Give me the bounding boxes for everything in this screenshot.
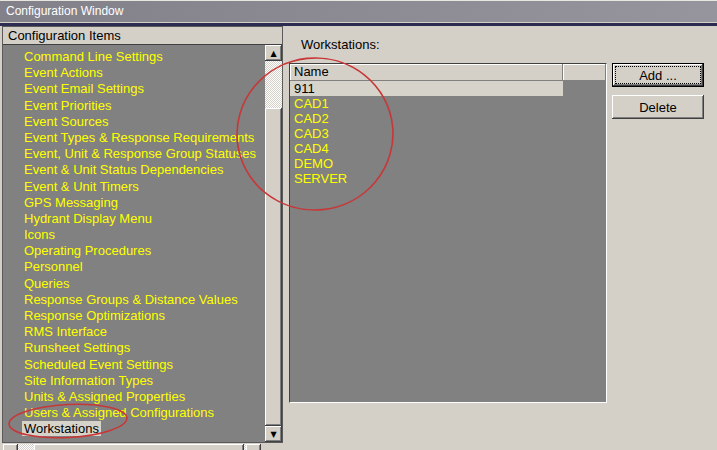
config-item[interactable]: Event Email Settings xyxy=(24,81,265,97)
workstation-row[interactable]: SERVER xyxy=(290,171,606,186)
config-item[interactable]: Event, Unit & Response Group Statuses xyxy=(24,146,265,162)
config-item-label: GPS Messaging xyxy=(24,195,118,210)
scroll-down-icon: ▼ xyxy=(270,430,276,439)
workstation-name: CAD2 xyxy=(294,111,329,126)
workstation-name: CAD1 xyxy=(294,96,329,111)
scroll-right-button[interactable]: ► xyxy=(246,444,261,450)
config-item-label: Event & Unit Status Dependencies xyxy=(24,162,223,177)
config-item[interactable]: Event Sources xyxy=(24,114,265,130)
window-title: Configuration Window xyxy=(6,4,123,18)
config-item-label: Response Groups & Distance Values xyxy=(24,292,238,307)
workstation-row[interactable]: CAD2 xyxy=(290,111,606,126)
config-item[interactable]: Command Line Settings xyxy=(24,49,265,65)
workstation-name: SERVER xyxy=(294,171,347,186)
config-item-label: Command Line Settings xyxy=(24,49,163,64)
config-item-label: Event Actions xyxy=(24,65,103,80)
name-column-header[interactable]: Name xyxy=(290,64,563,81)
title-bar[interactable]: Configuration Window xyxy=(0,0,717,22)
workstation-row[interactable]: DEMO xyxy=(290,156,606,171)
scroll-up-button[interactable]: ▲ xyxy=(265,45,282,61)
config-item-label: Event Types & Response Requirements xyxy=(24,130,254,145)
workstation-name: 911 xyxy=(294,81,315,96)
configuration-items-panel: Configuration Items Command Line Setting… xyxy=(2,26,283,443)
vertical-scroll-thumb[interactable] xyxy=(265,108,282,426)
config-item-label: Queries xyxy=(24,276,70,291)
config-item-label: Icons xyxy=(24,227,55,242)
config-item[interactable]: Scheduled Event Settings xyxy=(24,357,265,373)
listview-header: Name xyxy=(290,64,606,81)
scroll-right-icon: ► xyxy=(250,447,256,450)
configuration-items-list[interactable]: Command Line Settings Event Actions Even… xyxy=(3,46,265,442)
config-item[interactable]: Personnel xyxy=(24,259,265,275)
config-item[interactable]: Response Groups & Distance Values xyxy=(24,292,265,308)
workstation-name: CAD3 xyxy=(294,126,329,141)
config-item[interactable]: GPS Messaging xyxy=(24,195,265,211)
config-item[interactable]: Event Priorities xyxy=(24,98,265,114)
workstations-label: Workstations: xyxy=(301,37,380,52)
config-item[interactable]: Users & Assigned Configurations xyxy=(24,405,265,421)
config-item[interactable]: Operating Procedures xyxy=(24,243,265,259)
config-item[interactable]: Event & Unit Timers xyxy=(24,179,265,195)
config-item-label: Site Information Types xyxy=(24,373,153,388)
workstation-row[interactable]: CAD1 xyxy=(290,96,606,111)
scroll-left-icon: ◄ xyxy=(7,447,13,450)
config-item-label: Scheduled Event Settings xyxy=(24,357,173,372)
configuration-items-header: Configuration Items xyxy=(3,27,282,45)
config-item-label: Event Sources xyxy=(24,114,109,129)
workstation-row[interactable]: CAD3 xyxy=(290,126,606,141)
config-item[interactable]: RMS Interface xyxy=(24,324,265,340)
workstations-rows[interactable]: 911 CAD1 CAD2 CAD3 CAD4 DEMO SERVER xyxy=(290,81,606,186)
delete-button[interactable]: Delete xyxy=(612,95,704,119)
config-item-label: Runsheet Settings xyxy=(24,340,130,355)
config-item-label: RMS Interface xyxy=(24,324,107,339)
config-item[interactable]: Units & Assigned Properties xyxy=(24,389,265,405)
left-list-vertical-scrollbar[interactable]: ▲ ▼ xyxy=(265,45,282,442)
config-item-label: Event Priorities xyxy=(24,98,111,113)
config-item-label: Personnel xyxy=(24,259,83,274)
workstation-name: DEMO xyxy=(294,156,333,171)
workstation-row[interactable]: 911 xyxy=(290,81,563,96)
config-item[interactable]: Runsheet Settings xyxy=(24,340,265,356)
left-list-horizontal-scrollbar[interactable]: ◄ ► xyxy=(3,444,261,450)
config-item[interactable]: Workstations xyxy=(24,421,265,437)
config-item-label: Event & Unit Timers xyxy=(24,179,139,194)
scroll-up-icon: ▲ xyxy=(270,49,276,58)
config-item-label: Response Optimizations xyxy=(24,308,165,323)
horizontal-scroll-track[interactable] xyxy=(18,444,246,450)
config-item-label: Units & Assigned Properties xyxy=(24,389,185,404)
scroll-left-button[interactable]: ◄ xyxy=(3,444,18,450)
config-item[interactable]: Site Information Types xyxy=(24,373,265,389)
config-item[interactable]: Event Actions xyxy=(24,65,265,81)
workstations-listview: Name 911 CAD1 CAD2 CAD3 CAD4 DE xyxy=(289,63,607,403)
config-item-label: Event, Unit & Response Group Statuses xyxy=(24,146,256,161)
config-item[interactable]: Icons xyxy=(24,227,265,243)
config-item-label: Hydrant Display Menu xyxy=(24,211,152,226)
config-item[interactable]: Event & Unit Status Dependencies xyxy=(24,162,265,178)
config-item[interactable]: Response Optimizations xyxy=(24,308,265,324)
config-item-label: Event Email Settings xyxy=(24,81,144,96)
workstation-name: CAD4 xyxy=(294,141,329,156)
config-item[interactable]: Queries xyxy=(24,276,265,292)
vertical-scroll-track[interactable] xyxy=(265,61,282,426)
config-item-label: Operating Procedures xyxy=(24,243,151,258)
add-button[interactable]: Add ... xyxy=(612,63,704,87)
scroll-down-button[interactable]: ▼ xyxy=(265,426,282,442)
empty-column-header[interactable] xyxy=(563,64,606,81)
workstation-row[interactable]: CAD4 xyxy=(290,141,606,156)
horizontal-scroll-thumb[interactable] xyxy=(34,444,244,450)
config-item[interactable]: Event Types & Response Requirements xyxy=(24,130,265,146)
config-item-label: Workstations xyxy=(22,421,101,436)
config-item[interactable]: Hydrant Display Menu xyxy=(24,211,265,227)
config-item-label: Users & Assigned Configurations xyxy=(24,405,214,420)
